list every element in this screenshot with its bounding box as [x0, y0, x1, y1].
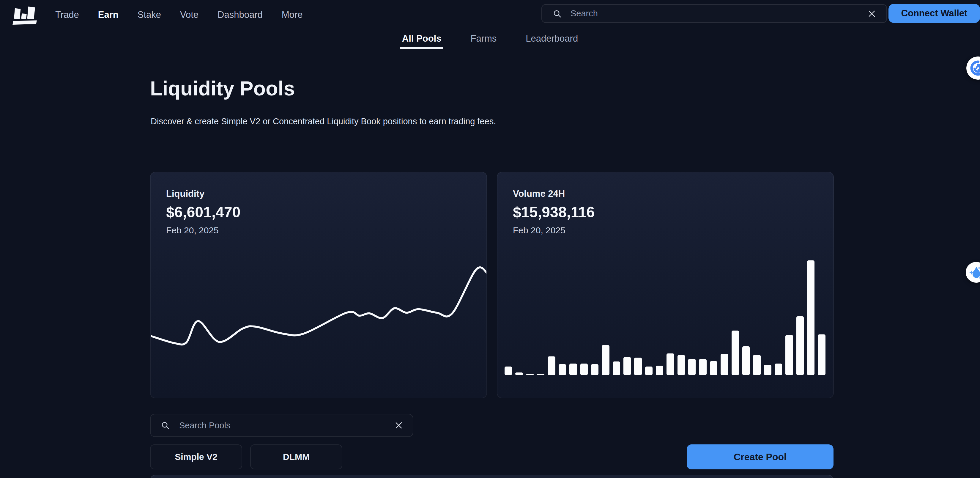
nav-item-vote[interactable]: Vote: [180, 10, 199, 20]
logo-icon: [13, 6, 37, 25]
volume-bar: [548, 357, 555, 375]
nav-item-trade[interactable]: Trade: [55, 10, 79, 20]
volume-bar: [558, 364, 566, 375]
volume-bar: [580, 363, 588, 375]
volume-bar: [645, 366, 652, 375]
volume-bar: [624, 357, 631, 375]
volume-bar: [710, 361, 718, 375]
volume-bar: [537, 374, 544, 375]
droplet-widget[interactable]: [966, 262, 980, 283]
main-nav: Trade Earn Stake Vote Dashboard More: [55, 0, 302, 30]
volume-bar: [613, 362, 620, 375]
volume-card-date: Feb 20, 2025: [513, 225, 833, 236]
liquidity-line-chart: [151, 268, 487, 345]
volume-bar: [504, 366, 512, 375]
volume-bar: [796, 316, 804, 375]
volume-bar: [721, 354, 728, 375]
volume-bar: [526, 374, 534, 375]
volume-bar: [818, 335, 825, 375]
pool-list-container: [150, 475, 834, 478]
tab-farms[interactable]: Farms: [470, 33, 496, 49]
page-subtitle: Discover & create Simple V2 or Concentra…: [151, 116, 496, 126]
volume-bar: [807, 260, 815, 375]
tab-all-pools-label: All Pools: [402, 33, 442, 44]
volume-bar: [688, 359, 696, 375]
volume-bar: [602, 345, 609, 375]
swirl-widget[interactable]: [966, 56, 980, 80]
volume-bar: [656, 366, 663, 375]
global-search-input[interactable]: [570, 8, 868, 19]
volume-bar: [742, 346, 750, 375]
swirl-icon: [970, 60, 980, 76]
global-search[interactable]: [541, 4, 887, 23]
stats-cards-row: Liquidity $6,601,470 Feb 20, 2025 Volume…: [150, 172, 834, 398]
volume-bar: [753, 355, 760, 375]
volume-bar: [678, 355, 685, 375]
search-icon: [553, 9, 562, 18]
water-drop-icon: [969, 265, 980, 280]
connect-wallet-button[interactable]: Connect Wallet: [888, 4, 980, 23]
tab-farms-label: Farms: [470, 33, 496, 44]
liquidity-card-label: Liquidity: [166, 188, 487, 199]
app-logo[interactable]: [11, 6, 39, 25]
volume-bar: [591, 364, 598, 375]
volume-bar: [699, 359, 706, 375]
create-pool-button[interactable]: Create Pool: [687, 445, 834, 469]
volume-card: Volume 24H $15,938,116 Feb 20, 2025: [497, 172, 834, 398]
filter-dlmm-button[interactable]: DLMM: [250, 445, 342, 469]
liquidity-card-date: Feb 20, 2025: [166, 225, 487, 236]
tab-all-pools[interactable]: All Pools: [402, 33, 442, 49]
volume-card-value: $15,938,116: [513, 204, 833, 221]
liquidity-card-value: $6,601,470: [166, 204, 487, 221]
nav-item-stake[interactable]: Stake: [138, 10, 161, 20]
volume-bar: [667, 354, 674, 375]
liquidity-card: Liquidity $6,601,470 Feb 20, 2025: [150, 172, 487, 398]
volume-bar: [515, 373, 523, 375]
volume-bar: [732, 331, 739, 375]
filter-simple-v2-button[interactable]: Simple V2: [150, 445, 242, 469]
active-tab-underline: [400, 47, 444, 49]
tab-leaderboard[interactable]: Leaderboard: [526, 33, 578, 49]
tab-leaderboard-label: Leaderboard: [526, 33, 578, 44]
volume-bar: [775, 363, 782, 375]
nav-item-dashboard[interactable]: Dashboard: [218, 10, 262, 20]
volume-bar: [764, 365, 772, 375]
volume-bar: [785, 335, 793, 375]
pool-search-input[interactable]: [178, 420, 395, 431]
clear-global-search-icon[interactable]: [868, 10, 876, 18]
nav-item-more[interactable]: More: [282, 10, 303, 20]
volume-bar-chart: [504, 260, 826, 375]
pool-search[interactable]: [150, 414, 413, 437]
nav-item-earn[interactable]: Earn: [98, 10, 119, 20]
volume-bar: [634, 358, 641, 375]
volume-card-label: Volume 24H: [513, 188, 833, 199]
page-title: Liquidity Pools: [150, 77, 295, 100]
pool-section-tabs: All Pools Farms Leaderboard: [0, 33, 980, 49]
header: Trade Earn Stake Vote Dashboard More Con…: [0, 0, 980, 30]
clear-pool-search-icon[interactable]: [395, 422, 402, 429]
volume-bar: [570, 363, 577, 375]
search-icon: [161, 421, 170, 430]
